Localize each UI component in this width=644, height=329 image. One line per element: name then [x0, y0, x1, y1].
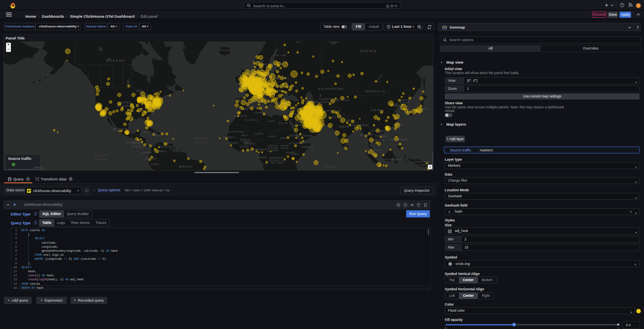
svg-text:REPUBLIC OF: REPUBLIC OF: [269, 159, 285, 161]
svg-text:FINLAND: FINLAND: [274, 54, 287, 56]
svg-text:ICELAND: ICELAND: [219, 49, 232, 52]
svg-text:PERU: PERU: [151, 163, 159, 166]
svg-text:SOUTH: SOUTH: [281, 145, 289, 147]
svg-text:Indian: Indian: [325, 165, 338, 168]
svg-text:SUDAN: SUDAN: [281, 147, 289, 149]
svg-text:DEMOCRATIC: DEMOCRATIC: [270, 157, 285, 159]
svg-text:MOROCCO: MOROCCO: [233, 115, 247, 117]
svg-text:NIGER: NIGER: [255, 132, 264, 135]
svg-text:EGYPT: EGYPT: [279, 122, 289, 124]
svg-text:BRAZIL: BRAZIL: [180, 165, 194, 168]
svg-text:MALI: MALI: [242, 134, 248, 137]
svg-text:NICARAGUA: NICARAGUA: [131, 146, 145, 148]
svg-text:INDONESIA: INDONESIA: [384, 158, 402, 161]
svg-text:ERITREA: ERITREA: [289, 134, 301, 137]
svg-text:RUSSIA: RUSSIA: [360, 49, 377, 53]
svg-text:KAZAKHSTAN: KAZAKHSTAN: [318, 87, 344, 90]
svg-text:MONGOLIA: MONGOLIA: [365, 90, 386, 93]
svg-text:UGANDA: UGANDA: [286, 152, 296, 154]
svg-text:SOMALIA: SOMALIA: [301, 146, 314, 148]
svg-text:MAURITANIA: MAURITANIA: [228, 130, 244, 133]
svg-text:YEMEN: YEMEN: [302, 134, 313, 137]
svg-text:SENEGAL: SENEGAL: [223, 136, 236, 139]
svg-text:Ocean: Ocean: [196, 141, 208, 144]
svg-text:CAMEROON: CAMEROON: [253, 149, 266, 151]
svg-text:CENTRAL: CENTRAL: [267, 145, 278, 147]
svg-text:CUBA: CUBA: [141, 131, 149, 133]
svg-text:SURINAME: SURINAME: [173, 150, 185, 152]
svg-text:REPUBLIC: REPUBLIC: [267, 150, 279, 152]
svg-text:KOREA: KOREA: [400, 101, 409, 104]
svg-text:GHANA: GHANA: [240, 145, 249, 148]
svg-text:LIBYA: LIBYA: [267, 120, 276, 122]
svg-text:GUINEA: GUINEA: [228, 142, 238, 144]
svg-text:AFRICAN: AFRICAN: [268, 147, 278, 149]
svg-text:CANADA: CANADA: [107, 59, 125, 62]
svg-text:PANAMA: PANAMA: [142, 152, 152, 154]
svg-text:PHILIPPINES: PHILIPPINES: [391, 139, 408, 141]
svg-text:Ocean: Ocean: [95, 157, 107, 161]
svg-text:CHAD: CHAD: [268, 135, 275, 138]
svg-text:INDIA: INDIA: [339, 125, 350, 128]
svg-text:Atlantic: Atlantic: [194, 137, 209, 140]
svg-text:GABON: GABON: [257, 156, 267, 159]
svg-text:Pacific: Pacific: [94, 153, 107, 157]
svg-text:VENEZUELA: VENEZUELA: [159, 145, 175, 148]
svg-text:ALGERIA: ALGERIA: [245, 119, 258, 121]
svg-text:BENIN: BENIN: [244, 142, 250, 144]
svg-text:THE CONGO: THE CONGO: [270, 162, 284, 164]
